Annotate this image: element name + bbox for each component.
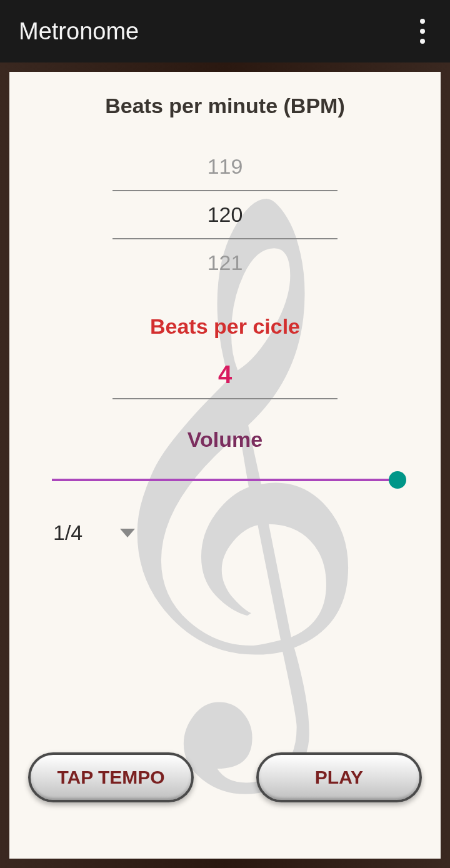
volume-label: Volume <box>28 427 422 452</box>
play-button[interactable]: PLAY <box>256 752 422 802</box>
cycle-label: Beats per cicle <box>28 314 422 339</box>
bpm-current-value[interactable]: 120 <box>112 191 338 239</box>
tap-tempo-button[interactable]: TAP TEMPO <box>28 752 194 802</box>
volume-slider[interactable] <box>52 471 399 489</box>
main-content: 𝄞 Beats per minute (BPM) 119 120 121 Bea… <box>9 72 441 859</box>
bpm-prev-value[interactable]: 119 <box>112 143 338 191</box>
slider-track <box>52 479 399 481</box>
slider-thumb[interactable] <box>389 471 406 489</box>
app-title: Metronome <box>19 18 139 45</box>
time-signature-dropdown[interactable]: 1/4 <box>53 521 422 545</box>
app-frame: 𝄞 Beats per minute (BPM) 119 120 121 Bea… <box>0 62 450 868</box>
bpm-label: Beats per minute (BPM) <box>28 94 422 118</box>
time-signature-value: 1/4 <box>53 521 82 545</box>
bpm-picker[interactable]: 119 120 121 <box>112 143 338 286</box>
chevron-down-icon <box>120 529 135 537</box>
app-header: Metronome <box>0 0 450 62</box>
bpm-next-value[interactable]: 121 <box>112 239 338 286</box>
cycle-value-input[interactable]: 4 <box>112 361 338 399</box>
more-options-icon[interactable] <box>414 12 431 50</box>
button-row: TAP TEMPO PLAY <box>28 752 422 802</box>
